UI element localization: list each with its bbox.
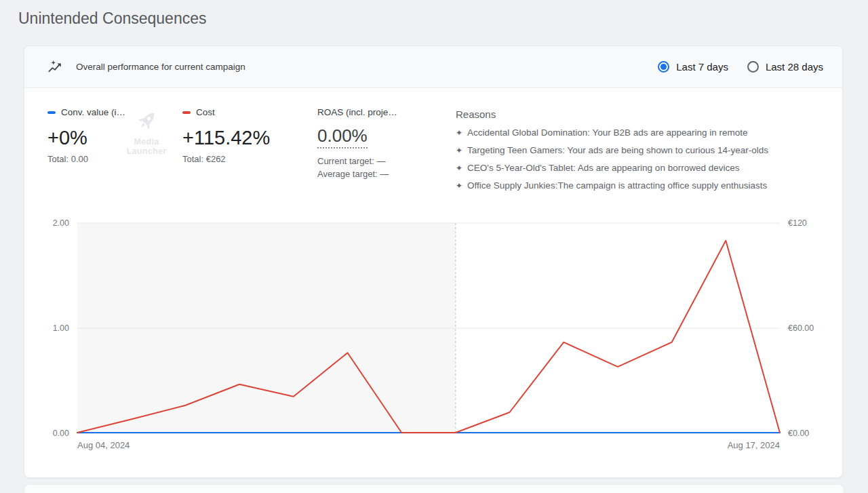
reasons-title: Reasons (456, 109, 826, 120)
reason-text: Office Supply Junkies:The campaign is at… (467, 180, 767, 191)
performance-card: Overall performance for current campaign… (24, 45, 843, 478)
metric-label-text: Conv. value (i… (61, 107, 125, 117)
metric-conv-value: Conv. value (i… +0% Total: 0.00 (47, 107, 182, 191)
radio-label: Last 28 days (766, 61, 823, 73)
axis-tick: 1.00 (53, 323, 69, 333)
x-label-end: Aug 17, 2024 (728, 440, 780, 450)
axis-tick: €0.00 (788, 429, 809, 438)
reason-item: ✦Office Supply Junkies:The campaign is a… (456, 180, 826, 191)
metric-label: Conv. value (i… (47, 107, 182, 117)
radio-selected-icon (658, 61, 669, 73)
sparkle-bullet-icon: ✦ (456, 181, 462, 191)
reasons-panel: Reasons ✦Accidental Global Domination: Y… (456, 107, 826, 191)
card-header: Overall performance for current campaign… (24, 46, 842, 88)
radio-label: Last 7 days (676, 61, 728, 73)
cost-legend-dash-icon (182, 111, 191, 114)
card-header-title: Overall performance for current campaign (76, 62, 245, 72)
reason-text: CEO's 5-Year-Old's Tablet: Ads are appea… (467, 163, 739, 173)
metric-label: Cost (182, 107, 317, 117)
roas-average-target: Average target: — (317, 167, 456, 180)
reason-item: ✦Targeting Teen Gamers: Your ads are bei… (456, 145, 826, 155)
metric-subtext: Total: €262 (182, 154, 317, 164)
metric-label-text: Cost (196, 107, 215, 117)
roas-value: 0.00% (317, 125, 368, 149)
metric-value: +115.42% (182, 127, 317, 149)
conv-value-legend-dash-icon (47, 111, 56, 114)
radio-last-28-days[interactable]: Last 28 days (747, 61, 823, 73)
y-axis-right: €120 €60.00 €0.00 (788, 223, 826, 433)
radio-unselected-icon (747, 61, 759, 73)
metric-value: +0% (47, 127, 182, 149)
insights-trend-icon (47, 60, 62, 75)
metric-label-text: ROAS (incl. proje… (317, 107, 397, 117)
metrics-row: Conv. value (i… +0% Total: 0.00 Media La… (24, 88, 842, 191)
reason-item: ✦CEO's 5-Year-Old's Tablet: Ads are appe… (456, 163, 826, 173)
reason-text: Targeting Teen Gamers: Your ads are bein… (467, 145, 768, 155)
axis-tick: 2.00 (53, 218, 69, 228)
sparkle-bullet-icon: ✦ (456, 146, 462, 155)
page-title: Unintended Consequences (18, 9, 206, 28)
x-label-start: Aug 04, 2024 (77, 440, 130, 450)
metric-subtext: Total: 0.00 (47, 154, 182, 164)
chart-section: 2.00 1.00 0.00 €120 €60.00 €0.00 Aug 04,… (41, 223, 826, 450)
next-card-edge (24, 484, 844, 493)
sparkle-bullet-icon: ✦ (456, 163, 462, 173)
sparkle-bullet-icon: ✦ (456, 128, 462, 138)
axis-tick: €60.00 (788, 323, 814, 333)
chart-plot[interactable] (77, 223, 780, 433)
metric-cost: Cost +115.42% Total: €262 (182, 107, 317, 191)
y-axis-left: 2.00 1.00 0.00 (41, 223, 69, 433)
x-axis-labels: Aug 04, 2024 Aug 17, 2024 (77, 440, 780, 450)
metric-roas: ROAS (incl. proje… 0.00% Current target:… (317, 107, 456, 191)
reason-item: ✦Accidental Global Domination: Your B2B … (456, 127, 826, 138)
axis-tick: 0.00 (53, 429, 69, 438)
date-range-group: Last 7 days Last 28 days (658, 61, 823, 73)
radio-last-7-days[interactable]: Last 7 days (658, 61, 728, 73)
axis-tick: €120 (788, 218, 807, 228)
roas-current-target: Current target: — (317, 155, 456, 167)
metric-label: ROAS (incl. proje… (317, 107, 456, 117)
reason-text: Accidental Global Domination: Your B2B a… (467, 127, 748, 138)
